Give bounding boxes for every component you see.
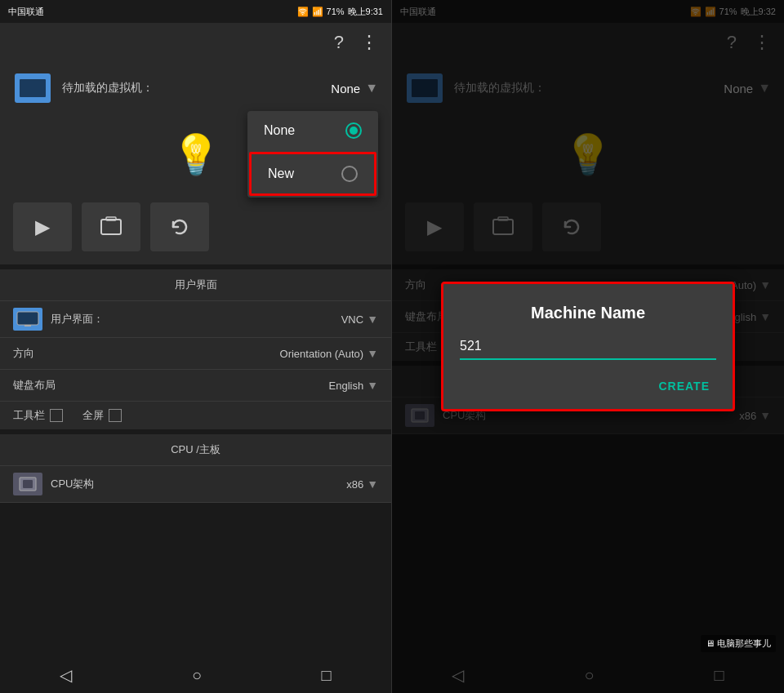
- svg-rect-5: [23, 480, 33, 488]
- left-action-buttons: ▶: [0, 196, 391, 264]
- wechat-watermark: 🖥 电脑那些事儿: [701, 635, 776, 652]
- left-play-button[interactable]: ▶: [13, 202, 72, 251]
- left-checkboxes-row: 工具栏 全屏: [0, 402, 391, 429]
- left-bulb-icon: 💡: [172, 132, 220, 178]
- right-machine-name-input[interactable]: [460, 335, 716, 360]
- right-dialog-title: Machine Name: [460, 304, 716, 322]
- left-phone-panel: 中国联通 🛜 📶 71% 晚上9:31 ? ⋮ 待加载的虚拟机： None ▼ …: [0, 0, 392, 693]
- left-new-label: New: [268, 167, 294, 181]
- left-dropdown-menu: None New: [247, 111, 378, 198]
- left-battery: 71%: [327, 7, 345, 16]
- left-vm-selector-row: 待加载的虚拟机： None ▼ None New: [0, 62, 391, 114]
- left-dropdown-new[interactable]: New: [249, 152, 376, 196]
- left-cpu-arrow: ▼: [367, 478, 378, 491]
- left-monitor-screen: [20, 79, 46, 97]
- left-nav-back[interactable]: ◁: [43, 659, 88, 691]
- right-dialog-buttons: CREATE: [460, 376, 716, 396]
- left-fullscreen-box[interactable]: [109, 409, 122, 422]
- right-create-button[interactable]: CREATE: [652, 376, 716, 396]
- left-time: 晚上9:31: [348, 6, 383, 18]
- left-app-topbar: ? ⋮: [0, 23, 391, 62]
- left-screenshot-button[interactable]: [82, 202, 140, 251]
- left-cpu-header: CPU /主板: [0, 434, 391, 466]
- left-orientation-value[interactable]: Orientation (Auto) ▼: [280, 347, 378, 360]
- left-ui-icon: [13, 308, 42, 331]
- left-orientation-label: 方向: [13, 346, 280, 361]
- left-orientation-arrow: ▼: [367, 347, 378, 360]
- left-ui-value-text: VNC: [341, 313, 363, 326]
- left-fullscreen-checkbox[interactable]: 全屏: [82, 408, 122, 423]
- left-status-icons: 🛜 📶 71% 晚上9:31: [297, 6, 383, 18]
- left-vm-icon: [13, 72, 52, 104]
- left-cpu-row: CPU架构 x86 ▼: [0, 466, 391, 503]
- left-toolbar-checkbox[interactable]: 工具栏: [13, 408, 63, 423]
- left-nav-bar: ◁ ○ □: [0, 657, 391, 693]
- left-cpu-value-text: x86: [346, 478, 363, 491]
- left-ui-section-header: 用户界面: [0, 269, 391, 301]
- left-cpu-label: CPU架构: [51, 477, 338, 491]
- left-keyboard-row: 键盘布局 English ▼: [0, 370, 391, 402]
- left-ui-arrow: ▼: [367, 313, 378, 326]
- left-status-bar: 中国联通 🛜 📶 71% 晚上9:31: [0, 0, 391, 23]
- right-machine-name-dialog: Machine Name CREATE: [441, 282, 735, 411]
- left-keyboard-value[interactable]: English ▼: [329, 379, 379, 392]
- left-orientation-text: Orientation (Auto): [280, 348, 364, 360]
- svg-rect-2: [17, 312, 38, 325]
- left-monitor-icon: [15, 73, 51, 103]
- left-refresh-button[interactable]: [150, 202, 209, 251]
- svg-rect-3: [24, 325, 31, 327]
- left-none-label: None: [264, 123, 295, 138]
- left-ui-label: 用户界面：: [51, 312, 333, 327]
- left-carrier: 中国联通: [8, 6, 44, 18]
- left-refresh-icon: [168, 215, 191, 238]
- left-cpu-icon: [13, 473, 42, 495]
- left-more-icon[interactable]: ⋮: [360, 32, 378, 53]
- left-signal-icon: 📶: [312, 7, 323, 17]
- left-toolbar-label: 工具栏: [13, 408, 45, 423]
- left-ui-value[interactable]: VNC ▼: [341, 313, 378, 326]
- right-dialog-overlay: Machine Name CREATE: [392, 0, 784, 693]
- left-ui-row: 用户界面： VNC ▼: [0, 301, 391, 338]
- left-new-radio: [341, 166, 358, 182]
- left-keyboard-arrow: ▼: [367, 379, 378, 392]
- left-wifi-icon: 🛜: [297, 7, 309, 17]
- left-fullscreen-label: 全屏: [82, 408, 104, 423]
- left-keyboard-text: English: [329, 380, 364, 392]
- left-toolbar-box[interactable]: [50, 409, 63, 422]
- left-orientation-row: 方向 Orientation (Auto) ▼: [0, 338, 391, 370]
- left-none-radio: [345, 122, 362, 139]
- left-cpu-svg: [18, 476, 38, 492]
- left-ui-section: 用户界面 用户界面： VNC ▼ 方向 Orientation (Auto) ▼…: [0, 269, 391, 429]
- left-cpu-value[interactable]: x86 ▼: [346, 478, 378, 491]
- left-vm-label: 待加载的虚拟机：: [62, 81, 321, 96]
- left-nav-home[interactable]: ○: [176, 660, 218, 691]
- left-dropdown-none[interactable]: None: [247, 111, 378, 150]
- left-dropdown-arrow: ▼: [365, 81, 378, 96]
- right-phone-panel: 中国联通 🛜 📶 71% 晚上9:32 ? ⋮ 待加载的虚拟机： None ▼ …: [392, 0, 784, 693]
- left-help-icon[interactable]: ?: [334, 32, 344, 53]
- left-screenshot-icon: [100, 215, 122, 238]
- left-vm-dropdown[interactable]: None ▼: [331, 81, 378, 96]
- left-ui-monitor-icon: [16, 311, 39, 327]
- svg-rect-0: [101, 220, 121, 234]
- left-cpu-section: CPU /主板 CPU架构 x86 ▼: [0, 434, 391, 503]
- left-nav-recent[interactable]: □: [305, 660, 348, 691]
- left-keyboard-label: 键盘布局: [13, 378, 329, 393]
- left-vm-dropdown-text: None: [331, 82, 360, 96]
